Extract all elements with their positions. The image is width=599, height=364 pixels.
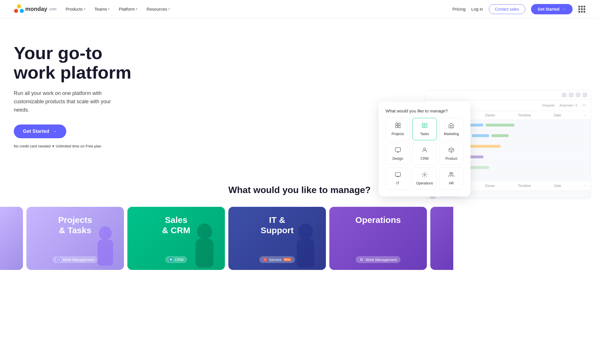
nav-platform[interactable]: Platform ▾ [119, 7, 137, 11]
svg-rect-4 [398, 123, 400, 125]
svg-point-31 [298, 223, 313, 240]
nav-login[interactable]: Log in [471, 7, 483, 11]
manage-question: What would you like to manage? [386, 108, 464, 113]
badge-icon [359, 257, 364, 262]
hero-note: No credit card needed ✦ Unlimited time o… [14, 144, 131, 148]
hero-content: Your go-to work platform Run all your wo… [14, 43, 131, 148]
svg-rect-24 [57, 260, 58, 261]
card-person [92, 224, 118, 270]
card-operations[interactable]: Operations Work Management [329, 207, 427, 270]
arrow-icon: → [562, 7, 566, 11]
projects-icon [395, 122, 401, 130]
svg-rect-11 [395, 148, 400, 151]
hr-icon [448, 172, 454, 180]
badge-icon [169, 257, 173, 262]
nav-pricing[interactable]: Pricing [452, 7, 466, 11]
tasks-icon [421, 122, 428, 130]
svg-rect-30 [196, 239, 213, 268]
svg-point-21 [451, 173, 453, 174]
svg-point-0 [14, 9, 18, 13]
svg-point-2 [20, 9, 24, 13]
card-person-blue [290, 221, 321, 270]
svg-rect-33 [360, 258, 361, 259]
chevron-down-icon: ▾ [84, 7, 85, 11]
logo-name: monday [25, 6, 47, 12]
hero-title: Your go-to work platform [14, 43, 131, 82]
arrow-icon: → [52, 129, 57, 134]
marketing-icon [448, 122, 454, 130]
card-sales-crm-badge: CRM [165, 256, 187, 263]
nav-products[interactable]: Products ▾ [66, 7, 85, 11]
card-it-support[interactable]: IT &Support Service Beta [228, 207, 326, 270]
card-projects-tasks-badge: Work Management [53, 256, 98, 263]
badge-icon [56, 257, 61, 262]
svg-rect-25 [59, 260, 60, 261]
manage-item-operations[interactable]: Operations [412, 167, 437, 190]
apps-grid-icon[interactable] [578, 6, 585, 13]
nav-resources[interactable]: Resources ▾ [147, 7, 170, 11]
svg-point-29 [197, 223, 212, 240]
svg-rect-34 [362, 258, 363, 259]
operations-icon [421, 172, 428, 180]
contact-sales-button[interactable]: Contact sales [489, 4, 525, 14]
cards-row: Projects& Tasks Work Management [0, 207, 599, 270]
manage-item-marketing[interactable]: Marketing [439, 118, 464, 140]
badge-icon [263, 257, 267, 262]
nav-left: Products ▾ Teams ▾ Platform ▾ Resources … [66, 7, 170, 11]
svg-rect-16 [395, 173, 400, 176]
manage-item-tasks[interactable]: Tasks [412, 118, 437, 140]
svg-rect-32 [297, 239, 314, 268]
manage-item-product[interactable]: Product [439, 143, 464, 165]
chevron-down-icon: ▾ [108, 7, 110, 11]
svg-rect-27 [98, 240, 113, 266]
hero-section: Your go-to work platform Run all your wo… [0, 18, 599, 168]
svg-rect-36 [362, 260, 363, 261]
card-operations-title: Operations [337, 215, 419, 225]
card-projects-tasks[interactable]: Projects& Tasks Work Management [26, 207, 124, 270]
nav-right: Pricing Log in Contact sales Get Started… [452, 4, 585, 14]
card-operations-badge: Work Management [356, 256, 400, 263]
manage-item-hr[interactable]: HR [439, 167, 464, 190]
logo-suffix: .com [48, 7, 57, 11]
svg-rect-35 [360, 260, 361, 261]
svg-point-14 [423, 148, 425, 150]
card-person-teal [189, 221, 220, 270]
logo[interactable]: monday.com [14, 4, 57, 14]
svg-point-19 [424, 174, 425, 176]
svg-rect-23 [59, 258, 60, 259]
card-partial-right [430, 207, 453, 270]
navbar: monday.com Products ▾ Teams ▾ Platform ▾… [0, 0, 599, 18]
manage-item-it[interactable]: IT [386, 167, 410, 190]
product-icon [448, 147, 454, 155]
manage-grid: Projects Tasks Marketing [386, 118, 464, 190]
get-started-hero-button[interactable]: Get Started → [14, 124, 66, 138]
svg-rect-22 [57, 258, 58, 259]
svg-rect-5 [395, 126, 397, 128]
manage-item-design[interactable]: Design [386, 143, 410, 165]
svg-point-1 [17, 4, 21, 8]
card-sales-crm[interactable]: Sales& CRM CRM [127, 207, 225, 270]
hero-subtitle: Run all your work on one platform with c… [14, 89, 123, 114]
svg-point-20 [450, 173, 452, 174]
manage-popup: What would you like to manage? Projects … [379, 102, 470, 196]
chevron-down-icon: ▾ [136, 7, 137, 11]
manage-item-crm[interactable]: CRM [412, 143, 437, 165]
crm-icon [421, 147, 428, 155]
it-icon [395, 172, 401, 180]
nav-teams[interactable]: Teams ▾ [94, 7, 110, 11]
get-started-nav-button[interactable]: Get Started → [531, 4, 573, 14]
manage-item-projects[interactable]: Projects [386, 118, 410, 140]
svg-rect-6 [398, 126, 400, 128]
chevron-down-icon: ▾ [168, 7, 170, 11]
svg-point-28 [170, 259, 172, 260]
svg-rect-3 [395, 123, 397, 125]
svg-point-26 [99, 226, 112, 240]
design-icon [395, 147, 401, 155]
